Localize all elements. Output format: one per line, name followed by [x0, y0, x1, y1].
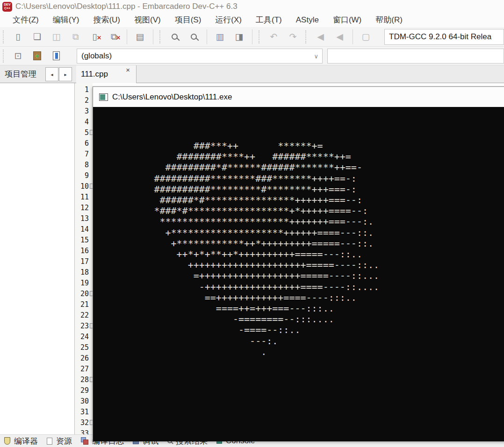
insert-button[interactable]: ◨ — [230, 28, 249, 45]
console-title-bar[interactable]: C:\Users\Lenovo\Desktop\111.exe — [93, 87, 504, 107]
app-logo-icon: DEV C++ — [2, 2, 12, 12]
chevron-down-icon: ∨ — [314, 53, 318, 60]
replace-button[interactable] — [184, 28, 203, 45]
forward-icon: ◀ — [336, 31, 343, 42]
redo-button[interactable]: ↷ — [283, 28, 302, 45]
add-to-project-button[interactable]: + — [28, 48, 47, 64]
menu-item[interactable]: 帮助(R) — [368, 13, 410, 27]
project-panel-title: 项目管理 — [5, 65, 36, 83]
window-title-bar: DEV C++ C:\Users\Lenovo\Desktop\111.cpp … — [0, 0, 504, 13]
line-number: 25 — [75, 342, 93, 353]
line-number: 16 — [75, 246, 93, 256]
toolbar-grip[interactable] — [3, 50, 6, 63]
line-number: 17 — [75, 256, 93, 267]
line-number: 10 — [75, 181, 93, 192]
line-number: 30 — [75, 396, 93, 407]
run-bar-icon — [55, 53, 58, 59]
menu-item[interactable]: 编辑(Y) — [46, 13, 86, 27]
close-file-button[interactable]: ▯✕ — [85, 28, 104, 45]
line-number: 7 — [75, 149, 93, 160]
save-button[interactable]: ◫ — [47, 28, 66, 45]
menu-item[interactable]: 窗口(W) — [326, 13, 368, 27]
print-button[interactable]: ▤ — [130, 28, 150, 45]
member-select[interactable] — [327, 49, 504, 64]
line-number: 13 — [75, 213, 93, 224]
resource-icon — [47, 438, 52, 445]
add-file-icon: + — [33, 51, 41, 60]
console-app-icon — [99, 93, 108, 101]
check-syntax-button[interactable]: ⊡ — [8, 48, 28, 64]
toolbar-grip[interactable] — [3, 30, 6, 43]
status-tab-compiler[interactable]: 编译器 — [4, 436, 38, 447]
open-file-icon: ❏ — [33, 31, 41, 42]
find-button[interactable] — [165, 28, 184, 45]
replace-icon — [191, 34, 197, 40]
line-number: 9 — [75, 170, 93, 181]
menu-bar: 文件(Z)编辑(Y)搜索(U)视图(V)项目(S)运行(X)工具(T)AStyl… — [0, 13, 504, 27]
arrow-right-icon: ▸ — [64, 72, 66, 77]
save-icon: ◫ — [52, 31, 61, 42]
shield-icon — [4, 437, 10, 445]
close-all-x-icon: ✕ — [116, 35, 121, 41]
compile-toolbar: ⊡ + (globals) ∨ — [0, 47, 504, 65]
window-title: C:\Users\Lenovo\Desktop\111.cpp - Embarc… — [15, 2, 238, 11]
compiler-select[interactable]: TDM-GCC 9.2.0 64-bit Relea — [384, 29, 504, 45]
check-syntax-icon: ⊡ — [14, 50, 22, 61]
menu-item[interactable]: 搜索(U) — [86, 13, 127, 27]
undo-icon: ↶ — [270, 31, 278, 42]
toolbar-grip[interactable] — [305, 30, 309, 43]
class-browser-value: (globals) — [81, 51, 112, 61]
toolbar-separator — [127, 29, 127, 44]
save-all-button[interactable]: ⧉ — [66, 28, 85, 45]
menu-item[interactable]: 文件(Z) — [6, 13, 46, 27]
line-number: 2 — [75, 95, 93, 106]
console-output: ###***++ ******+= ########****++ ######*… — [93, 107, 504, 357]
class-browser-select[interactable]: (globals) ∨ — [77, 49, 323, 64]
console-body[interactable]: ###***++ ******+= ########****++ ######*… — [93, 107, 504, 441]
menu-item[interactable]: 工具(T) — [249, 13, 289, 27]
open-file-button[interactable]: ❏ — [28, 28, 47, 45]
close-all-button[interactable]: ⧉✕ — [104, 28, 123, 45]
line-number: 5 — [75, 128, 93, 138]
undo-button[interactable]: ↶ — [264, 28, 283, 45]
line-number: 29 — [75, 385, 93, 396]
plus-icon: + — [35, 52, 39, 59]
line-number: 26 — [75, 353, 93, 364]
save-all-icon: ⧉ — [72, 32, 79, 42]
tab-close-icon[interactable]: × — [126, 66, 130, 74]
back-icon: ◀ — [317, 31, 324, 42]
menu-item[interactable]: 项目(S) — [168, 13, 209, 27]
line-number: 19 — [75, 278, 93, 289]
compiler-select-value: TDM-GCC 9.2.0 64-bit Relea — [389, 32, 491, 42]
line-number: 15 — [75, 235, 93, 246]
goto-line-button[interactable]: ▥ — [210, 28, 230, 45]
options-button[interactable]: ▢ — [356, 28, 375, 45]
line-number: 24 — [75, 332, 93, 342]
editor-tab-111cpp[interactable]: 111.cpp × — [76, 65, 137, 83]
new-file-button[interactable]: ▯ — [8, 28, 28, 45]
line-number: 27 — [75, 364, 93, 375]
forward-button[interactable]: ◀ — [330, 28, 349, 45]
panel-scroll-left-button[interactable]: ◂ — [45, 67, 58, 81]
console-window[interactable]: C:\Users\Lenovo\Desktop\111.exe ###***++… — [93, 86, 504, 441]
menu-item[interactable]: AStyle — [289, 13, 326, 27]
layers-icon — [81, 437, 88, 445]
line-number: 33 — [75, 428, 93, 434]
toolbar-grip[interactable] — [159, 30, 163, 43]
line-number: 6 — [75, 138, 93, 149]
line-number: 23 — [75, 321, 93, 332]
back-button[interactable]: ◀ — [311, 28, 330, 45]
line-number: 11 — [75, 192, 93, 203]
menu-item[interactable]: 视图(V) — [127, 13, 168, 27]
editor-gutter: 1234567891011121314151617181920212223242… — [75, 83, 93, 434]
run-button[interactable] — [47, 48, 66, 64]
project-manager-panel[interactable] — [0, 83, 75, 434]
line-number: 18 — [75, 267, 93, 278]
menu-item[interactable]: 运行(X) — [208, 13, 249, 27]
panel-scroll-right-button[interactable]: ▸ — [59, 67, 72, 81]
status-tab-resources[interactable]: 资源 — [47, 436, 72, 447]
line-number: 22 — [75, 310, 93, 321]
close-x-icon: ✕ — [97, 35, 101, 41]
toolbar-grip[interactable] — [259, 30, 262, 43]
line-number: 20 — [75, 289, 93, 299]
